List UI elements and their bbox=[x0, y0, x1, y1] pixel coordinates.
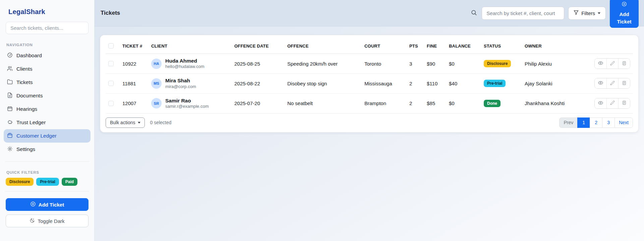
sidebar-item-label: Clients bbox=[16, 66, 32, 72]
row-checkbox[interactable] bbox=[108, 81, 114, 86]
sidebar-item-tickets[interactable]: Tickets bbox=[4, 76, 91, 89]
bulk-actions-label: Bulk actions bbox=[110, 120, 135, 125]
sidebar-add-ticket-button[interactable]: Add Ticket bbox=[6, 198, 89, 211]
page-title: Tickets bbox=[101, 10, 120, 16]
owner: Ajay Solanki bbox=[522, 74, 580, 93]
users-icon bbox=[7, 66, 13, 73]
sidebar: LegalShark NAVIGATION Dashboard Clients bbox=[0, 0, 95, 241]
court: Toronto bbox=[362, 54, 407, 74]
header-offence: OFFENCE bbox=[285, 40, 362, 54]
moon-icon bbox=[30, 218, 35, 224]
pagination-prev[interactable]: Prev bbox=[559, 117, 578, 128]
sidebar-item-label: Customer Ledger bbox=[16, 133, 57, 139]
sidebar-item-dashboard[interactable]: Dashboard bbox=[4, 49, 91, 62]
pagination-next[interactable]: Next bbox=[614, 117, 633, 128]
header-fine: FINE bbox=[424, 40, 446, 54]
client-email: hello@hudalaw.com bbox=[165, 64, 204, 70]
sidebar-search-input[interactable] bbox=[6, 22, 89, 34]
row-actions bbox=[594, 78, 630, 89]
client-email: mira@corp.com bbox=[165, 84, 196, 90]
quick-filters: Disclosure Pre-trial Paid bbox=[6, 178, 89, 186]
filters-label: Filters bbox=[581, 10, 595, 16]
brand-logo: LegalShark bbox=[8, 8, 89, 16]
chevron-down-icon bbox=[138, 122, 140, 124]
quick-filter-pretrial[interactable]: Pre-trial bbox=[36, 178, 59, 186]
client-email: samir.r@example.com bbox=[165, 104, 209, 109]
gauge-icon bbox=[7, 52, 13, 59]
quick-filters-label: QUICK FILTERS bbox=[6, 170, 89, 174]
tickets-table: TICKET # CLIENT OFFENCE DATE OFFENCE COU… bbox=[106, 40, 633, 113]
add-ticket-label: Add Ticket bbox=[616, 11, 633, 25]
table-header-row: TICKET # CLIENT OFFENCE DATE OFFENCE COU… bbox=[106, 40, 633, 54]
sidebar-item-label: Dashboard bbox=[16, 53, 42, 59]
view-button[interactable] bbox=[595, 59, 606, 69]
fine: $90 bbox=[424, 54, 446, 74]
offence-date: 2025-08-22 bbox=[232, 74, 285, 93]
sidebar-item-documents[interactable]: Documents bbox=[4, 89, 91, 102]
calendar-icon bbox=[7, 106, 13, 113]
sidebar-item-hearings[interactable]: Hearings bbox=[4, 102, 91, 116]
sidebar-add-ticket-label: Add Ticket bbox=[39, 202, 64, 208]
quick-filter-paid[interactable]: Paid bbox=[62, 178, 77, 186]
add-ticket-button[interactable]: Add Ticket bbox=[610, 0, 639, 28]
edit-button[interactable] bbox=[606, 78, 618, 88]
toggle-dark-button[interactable]: Toggle Dark bbox=[6, 215, 89, 227]
edit-button[interactable] bbox=[606, 98, 618, 108]
sidebar-item-label: Tickets bbox=[16, 79, 33, 85]
table-row: 12007 SR Samir Rao samir.r@example.com bbox=[106, 93, 633, 113]
balance: $0 bbox=[446, 54, 481, 74]
sidebar-item-settings[interactable]: Settings bbox=[4, 143, 91, 156]
ticket-number: 11881 bbox=[120, 74, 149, 93]
fine: $110 bbox=[424, 74, 446, 93]
pencil-icon bbox=[610, 61, 615, 67]
offence: No seatbelt bbox=[285, 93, 362, 113]
piggy-bank-icon bbox=[7, 119, 13, 126]
client-name: Samir Rao bbox=[165, 97, 209, 104]
toggle-dark-label: Toggle Dark bbox=[38, 218, 64, 224]
offence-date: 2025-07-20 bbox=[232, 93, 285, 113]
header-court: COURT bbox=[362, 40, 407, 54]
sidebar-item-trust-ledger[interactable]: Trust Ledger bbox=[4, 116, 91, 129]
tickets-card: TICKET # CLIENT OFFENCE DATE OFFENCE COU… bbox=[100, 35, 639, 133]
header-offence-date: OFFENCE DATE bbox=[232, 40, 285, 54]
row-checkbox[interactable] bbox=[108, 61, 114, 66]
edit-button[interactable] bbox=[606, 59, 618, 69]
sidebar-item-label: Documents bbox=[16, 93, 43, 99]
search-icon bbox=[471, 9, 477, 17]
notes-button[interactable] bbox=[618, 98, 630, 108]
status-badge: Done bbox=[484, 100, 501, 107]
view-button[interactable] bbox=[595, 98, 606, 108]
sidebar-item-clients[interactable]: Clients bbox=[4, 62, 91, 76]
content-area: TICKET # CLIENT OFFENCE DATE OFFENCE COU… bbox=[95, 26, 644, 241]
pagination-page-2[interactable]: 2 bbox=[590, 117, 602, 128]
pagination-page-1[interactable]: 1 bbox=[577, 117, 590, 128]
row-actions bbox=[594, 98, 630, 109]
topbar-controls: Filters Add Ticket bbox=[471, 0, 639, 28]
header-client: CLIENT bbox=[149, 40, 232, 54]
pagination-page-3[interactable]: 3 bbox=[602, 117, 615, 128]
header-status: STATUS bbox=[481, 40, 522, 54]
ticket-number: 10922 bbox=[120, 54, 149, 74]
filters-button[interactable]: Filters bbox=[568, 7, 606, 20]
row-actions bbox=[594, 58, 630, 69]
notes-button[interactable] bbox=[618, 78, 630, 88]
status-badge: Disclosure bbox=[484, 60, 511, 67]
bulk-actions-button[interactable]: Bulk actions bbox=[106, 117, 145, 128]
select-all-checkbox[interactable] bbox=[108, 43, 114, 49]
sidebar-item-label: Settings bbox=[16, 146, 35, 152]
quick-filter-disclosure[interactable]: Disclosure bbox=[6, 178, 34, 186]
view-button[interactable] bbox=[595, 78, 606, 88]
notes-button[interactable] bbox=[618, 59, 630, 69]
sidebar-item-label: Hearings bbox=[16, 106, 37, 112]
court: Mississauga bbox=[362, 74, 407, 93]
sidebar-item-customer-ledger[interactable]: Customer Ledger bbox=[4, 129, 91, 143]
row-checkbox[interactable] bbox=[108, 101, 114, 106]
eye-icon bbox=[598, 80, 603, 86]
topbar-search-input[interactable] bbox=[482, 7, 564, 20]
header-ticket: TICKET # bbox=[120, 40, 149, 54]
plus-circle-icon bbox=[622, 1, 627, 9]
table-footer: Bulk actions 0 selected Prev 1 2 3 Next bbox=[100, 113, 638, 132]
table-row: 11881 MS Mira Shah mira@corp.com bbox=[106, 74, 633, 93]
sidebar-divider bbox=[5, 191, 89, 191]
offence: Disobey stop sign bbox=[285, 74, 362, 93]
